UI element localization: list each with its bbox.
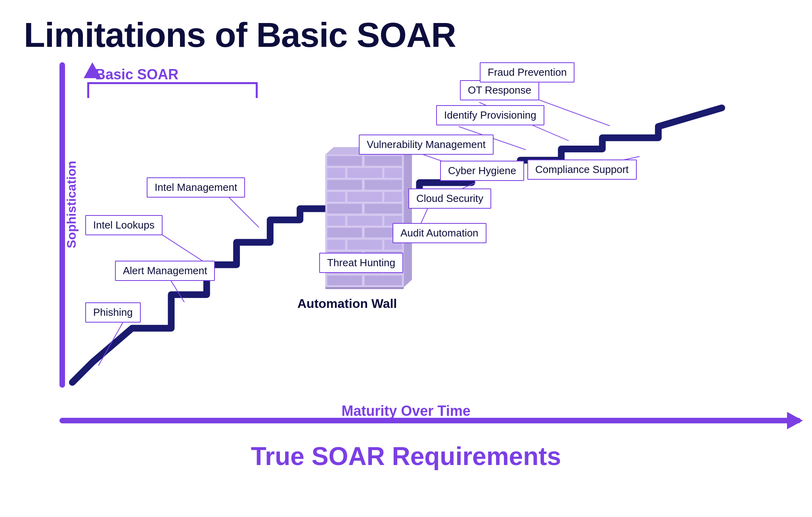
label-audit-automation: Audit Automation (393, 223, 486, 243)
svg-rect-29 (327, 215, 345, 226)
svg-rect-43 (364, 275, 402, 285)
svg-rect-19 (327, 167, 345, 178)
label-compliance-support: Compliance Support (527, 160, 637, 180)
label-phishing: Phishing (85, 302, 141, 323)
svg-rect-22 (327, 179, 362, 190)
label-vulnerability-management: Vulnerability Management (359, 135, 494, 155)
label-cyber-hygiene: Cyber Hygiene (440, 161, 524, 181)
x-axis-arrow-icon (787, 412, 803, 429)
label-threat-hunting: Threat Hunting (319, 253, 403, 273)
svg-rect-34 (327, 239, 345, 250)
diagram-area: Basic SOAR Sophistication Maturity Over … (24, 58, 788, 475)
label-intel-management: Intel Management (147, 177, 245, 198)
label-ot-response: OT Response (460, 80, 539, 100)
svg-rect-20 (347, 167, 382, 178)
svg-rect-17 (327, 156, 362, 166)
svg-rect-21 (384, 167, 402, 178)
label-cloud-security: Cloud Security (408, 188, 491, 209)
svg-rect-25 (347, 192, 382, 202)
label-identify-provisioning: Identify Provisioning (436, 105, 544, 125)
svg-line-3 (225, 194, 259, 227)
svg-rect-27 (327, 204, 362, 214)
svg-rect-35 (347, 239, 382, 250)
true-soar-label: True SOAR Requirements (251, 442, 561, 471)
label-fraud-prevention: Fraud Prevention (480, 62, 575, 83)
svg-rect-42 (327, 275, 362, 285)
svg-rect-30 (347, 215, 382, 226)
label-intel-lookups: Intel Lookups (85, 215, 163, 235)
svg-marker-15 (404, 147, 412, 287)
page-title: Limitations of Basic SOAR (24, 16, 788, 54)
svg-rect-24 (327, 192, 345, 202)
svg-rect-23 (364, 179, 402, 190)
svg-rect-26 (384, 192, 402, 202)
automation-wall-label: Automation Wall (297, 296, 397, 311)
page: Limitations of Basic SOAR Basic SOAR Sop… (0, 0, 812, 517)
svg-rect-28 (364, 204, 402, 214)
svg-rect-18 (364, 156, 402, 166)
svg-rect-32 (327, 227, 362, 238)
label-alert-management: Alert Management (115, 261, 215, 281)
